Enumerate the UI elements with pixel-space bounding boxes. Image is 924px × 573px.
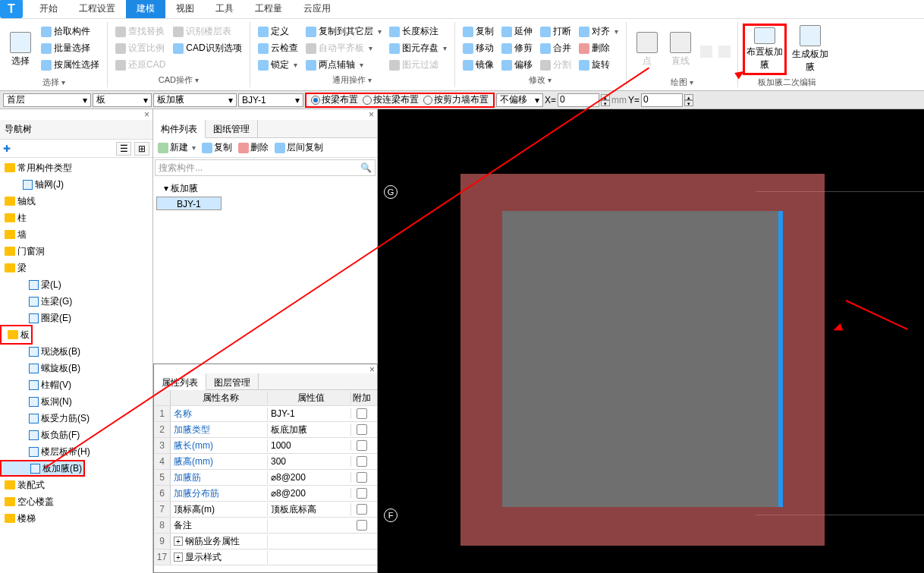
by-beam-radio[interactable]: 按梁布置 — [311, 93, 358, 106]
prop-row-6[interactable]: 6加腋分布筋⌀8@200 — [154, 486, 377, 502]
checkbox-icon[interactable] — [357, 456, 367, 467]
auto-align-button[interactable]: 自动平齐板 — [303, 40, 385, 56]
complist-close-icon[interactable]: × — [369, 109, 374, 120]
nav-add-button[interactable]: ✚ — [3, 143, 11, 154]
nav-item-11[interactable]: 现浇板(B) — [0, 343, 152, 360]
nav-item-3[interactable]: 柱 — [0, 209, 152, 226]
prop-name-cell[interactable]: 腋长(mm) — [171, 439, 268, 452]
nav-item-13[interactable]: 柱帽(V) — [0, 376, 152, 393]
restore-cad-button[interactable]: 还原CAD — [112, 57, 168, 73]
checkbox-icon[interactable] — [357, 504, 367, 515]
line-button[interactable]: 直线 — [665, 24, 696, 75]
checkbox-icon[interactable] — [357, 520, 367, 530]
new-component-button[interactable]: 新建 — [158, 141, 196, 154]
nav-item-10[interactable]: 板 — [0, 326, 152, 343]
nav-item-4[interactable]: 墙 — [0, 226, 152, 243]
mirror-button[interactable]: 镜像 — [460, 57, 497, 73]
prop-close-icon[interactable]: × — [369, 364, 375, 373]
menu-tab-0[interactable]: 开始 — [29, 0, 68, 18]
recognize-floor-button[interactable]: 识别楼层表 — [170, 24, 244, 39]
nav-item-19[interactable]: 装配式 — [0, 477, 152, 493]
delete-component-button[interactable]: 删除 — [238, 141, 269, 154]
menu-tab-3[interactable]: 视图 — [165, 0, 205, 18]
filter-elem-button[interactable]: 图元过滤 — [386, 57, 450, 73]
checkbox-icon[interactable] — [357, 424, 367, 435]
select-by-prop-button[interactable]: 按属性选择 — [38, 57, 102, 73]
tab-layers[interactable]: 图层管理 — [206, 373, 259, 389]
copy-button[interactable]: 复制 — [460, 24, 497, 39]
prop-name-cell[interactable]: 加腋筋 — [171, 471, 268, 484]
align-button[interactable]: 对齐 — [576, 24, 621, 39]
prop-row-5[interactable]: 5加腋筋⌀8@200 — [154, 470, 377, 486]
prop-name-cell[interactable]: 加腋类型 — [171, 423, 268, 436]
pick-component-button[interactable]: 拾取构件 — [38, 24, 102, 39]
prop-name-cell[interactable]: 腋高(mm) — [171, 455, 268, 468]
modify-group-label[interactable]: 修改 — [529, 73, 552, 87]
by-coupling-beam-radio[interactable]: 按连梁布置 — [363, 93, 419, 106]
comp-tree-root[interactable]: ▾ 板加腋 — [156, 181, 374, 197]
nav-item-1[interactable]: 轴网(J) — [0, 176, 152, 193]
slab-element[interactable] — [502, 211, 783, 507]
nav-item-0[interactable]: 常用构件类型 — [0, 159, 152, 176]
nav-item-21[interactable]: 楼梯 — [0, 510, 152, 527]
prop-value-cell[interactable]: 顶板底标高 — [268, 503, 351, 516]
prop-row-1[interactable]: 1名称BJY-1 — [154, 406, 377, 422]
move-button[interactable]: 移动 — [460, 40, 497, 56]
checkbox-icon[interactable] — [357, 488, 367, 499]
cad-options-button[interactable]: CAD识别选项 — [170, 40, 244, 56]
trim-button[interactable]: 修剪 — [498, 40, 536, 56]
place-haunch-button[interactable]: 布置板加腋 — [743, 24, 787, 75]
component-select[interactable]: BJY-1▾ — [238, 93, 303, 107]
nav-close-icon[interactable]: × — [144, 109, 149, 120]
menu-tab-4[interactable]: 工具 — [205, 0, 244, 18]
cad-group-label[interactable]: CAD操作 — [159, 73, 199, 87]
select-button[interactable]: 选择 — [5, 24, 36, 75]
lock-button[interactable]: 锁定 — [255, 57, 301, 73]
menu-tab-5[interactable]: 工程量 — [244, 0, 293, 18]
prop-name-cell[interactable]: 顶标高(m) — [171, 503, 268, 516]
nav-item-6[interactable]: 梁 — [0, 260, 152, 276]
prop-row-4[interactable]: 4腋高(mm)300 — [154, 454, 377, 470]
y-input[interactable]: 0 — [641, 93, 683, 107]
nav-item-2[interactable]: 轴线 — [0, 193, 152, 209]
subcategory-select[interactable]: 板加腋▾ — [153, 93, 237, 107]
draw-more2[interactable] — [716, 24, 733, 75]
y-spinner[interactable]: ▴▾ — [684, 94, 693, 106]
prop-row-2[interactable]: 2加腋类型板底加腋 — [154, 422, 377, 438]
offset-button[interactable]: 偏移 — [498, 57, 536, 73]
rotate-button[interactable]: 旋转 — [576, 57, 621, 73]
prop-value-cell[interactable]: BJY-1 — [268, 408, 351, 419]
prop-value-cell[interactable]: 板底加腋 — [268, 423, 351, 436]
prop-name-cell[interactable]: 加腋分布筋 — [171, 487, 268, 500]
prop-name-cell[interactable]: +钢筋业务属性 — [171, 535, 268, 548]
split-button[interactable]: 分割 — [537, 57, 574, 73]
prop-value-cell[interactable]: ⌀8@200 — [268, 472, 351, 483]
nav-item-board-haunch[interactable]: 板加腋(B) — [0, 460, 85, 477]
define-button[interactable]: 定义 — [255, 24, 301, 39]
layer-copy-button[interactable]: 层间复制 — [275, 141, 323, 154]
nav-item-10[interactable]: 板 — [3, 326, 30, 343]
extend-button[interactable]: 延伸 — [498, 24, 536, 39]
prop-value-cell[interactable]: ⌀8@200 — [268, 488, 351, 499]
checkbox-icon[interactable] — [357, 408, 367, 419]
tab-component-list[interactable]: 构件列表 — [153, 120, 206, 138]
generate-haunch-button[interactable]: 生成板加腋 — [788, 24, 832, 75]
prop-value-cell[interactable]: 1000 — [268, 440, 351, 451]
prop-row-7[interactable]: 7顶标高(m)顶板底标高 — [154, 502, 377, 518]
menu-tab-1[interactable]: 工程设置 — [68, 0, 126, 18]
cloud-check-button[interactable]: 云检查 — [255, 40, 301, 56]
batch-select-button[interactable]: 批量选择 — [38, 40, 102, 56]
copy-component-button[interactable]: 复制 — [202, 141, 232, 154]
nav-item-8[interactable]: 连梁(G) — [0, 293, 152, 310]
nav-item-9[interactable]: 圈梁(E) — [0, 310, 152, 326]
universal-group-label[interactable]: 通用操作 — [332, 73, 372, 87]
prop-name-cell[interactable]: +显示样式 — [171, 551, 268, 564]
nav-item-7[interactable]: 梁(L) — [0, 276, 152, 293]
nav-item-12[interactable]: 螺旋板(B) — [0, 360, 152, 376]
select-group-label[interactable]: 选择 — [42, 75, 65, 90]
floor-select[interactable]: 首层▾ — [3, 93, 91, 107]
two-point-axis-button[interactable]: 两点辅轴 — [303, 57, 385, 73]
offset-mode-select[interactable]: 不偏移▾ — [496, 93, 543, 107]
checkbox-icon[interactable] — [357, 472, 367, 483]
nav-item-5[interactable]: 门窗洞 — [0, 243, 152, 260]
